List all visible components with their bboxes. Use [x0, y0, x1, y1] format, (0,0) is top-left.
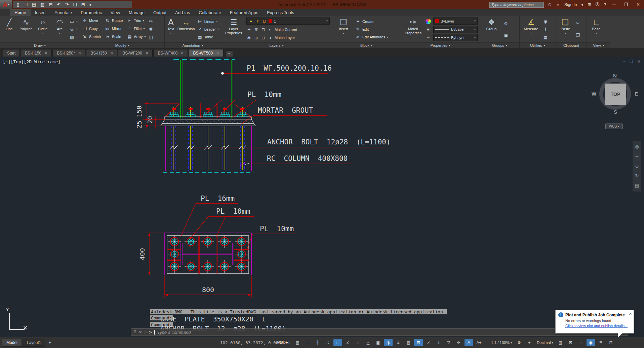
panel-label-block[interactable]: Block ▾: [332, 42, 401, 48]
command-close-icon[interactable]: ✕: [139, 330, 142, 335]
command-line[interactable]: ⠿ ✕ ⌕ > Type a command ∧: [131, 328, 628, 336]
autoscale-toggle[interactable]: A+: [475, 339, 483, 346]
erase-button[interactable]: ✏: [148, 18, 154, 25]
sign-in-caret-icon[interactable]: ▾: [581, 2, 583, 7]
tab-close-icon[interactable]: ✕: [216, 51, 219, 55]
ribbon-tab-addins[interactable]: Add-ins: [171, 9, 194, 16]
file-tab[interactable]: BS-WF200✕: [118, 49, 153, 57]
autodesk-app-icon[interactable]: Ⓐ: [596, 2, 600, 7]
drawing-minimize-button[interactable]: ─: [623, 59, 626, 64]
object-color-combo[interactable]: ByLayer ▾: [433, 18, 478, 25]
dynamic-input-toggle[interactable]: ∷: [323, 339, 332, 346]
orbit-icon[interactable]: ↻: [635, 173, 639, 178]
table-button[interactable]: ▦Table: [197, 34, 219, 40]
annotation-scale-button[interactable]: 1:1 / 100% ▾: [489, 341, 514, 345]
zoom-icon[interactable]: ⊙: [635, 164, 639, 169]
grid-toggle[interactable]: ▦: [293, 339, 302, 346]
command-search-icon[interactable]: ⌕: [145, 330, 147, 335]
viewcube-north[interactable]: N: [613, 73, 617, 78]
ribbon-tab-insert[interactable]: Insert: [31, 9, 50, 16]
model-tab[interactable]: Model: [2, 339, 22, 347]
new-layout-button[interactable]: +: [46, 339, 53, 346]
file-tab[interactable]: BS-H250*✕: [52, 49, 85, 57]
polyline-button[interactable]: ∿ Polyline: [19, 17, 33, 41]
ribbon-tab-output[interactable]: Output: [149, 9, 171, 16]
line-button[interactable]: ╱ Line: [2, 17, 16, 41]
window-restore-button[interactable]: ❐: [622, 2, 630, 7]
lineweight-combo[interactable]: ByLayer ▾: [433, 26, 478, 33]
move-button[interactable]: ✛Move: [82, 17, 101, 24]
drawing-close-button[interactable]: ✕: [637, 59, 641, 64]
save-button[interactable]: ▤: [32, 2, 36, 7]
snap-toggle[interactable]: ⌗: [303, 339, 312, 346]
lock-ui-button[interactable]: ⊠: [566, 339, 575, 346]
panel-label-clipboard[interactable]: Clipboard: [556, 42, 587, 48]
base-button[interactable]: ∟ Base ▾: [589, 17, 604, 41]
lineweight-list-icon[interactable]: ≡: [427, 27, 430, 32]
notification-link[interactable]: Click to view plot and publish details..…: [565, 324, 631, 328]
file-tab[interactable]: BS-H350✕: [86, 49, 117, 57]
ribbon-tab-manage[interactable]: Manage: [124, 9, 149, 16]
isolate-objects-button[interactable]: ◌: [576, 339, 585, 346]
quick-calc-button[interactable]: ▦: [543, 34, 548, 40]
insert-button[interactable]: ❒ Insert ▾: [334, 17, 353, 41]
ortho-toggle[interactable]: ∟: [333, 339, 342, 346]
qat-customize-caret-icon[interactable]: ▾: [89, 2, 92, 7]
edit-block-button[interactable]: ✎Edit: [355, 26, 388, 33]
application-menu-button[interactable]: A ▾: [0, 0, 12, 9]
ribbon-tab-view[interactable]: View: [106, 9, 124, 16]
panel-label-modify[interactable]: Modify ▾: [80, 42, 164, 48]
lineweight-toggle[interactable]: ≡: [394, 339, 403, 346]
isodraft-toggle[interactable]: ◇: [354, 339, 362, 346]
plot-button[interactable]: ⊟: [49, 2, 52, 7]
viewcube-top-face[interactable]: TOP: [605, 83, 626, 105]
clean-screen-button[interactable]: ⊞: [607, 339, 615, 346]
model-space-viewport[interactable]: 150 25 20 P1 WF.500.200.10.16 PL 10mm: [0, 57, 644, 337]
copy-clip-button[interactable]: ❐: [575, 32, 580, 39]
measure-button[interactable]: ∡ Measure ▾: [522, 17, 540, 41]
osnap-tracking-toggle[interactable]: △: [364, 339, 372, 346]
stretch-button[interactable]: ⇲Stretch: [82, 33, 101, 40]
ribbon-tab-home[interactable]: Home: [10, 9, 31, 16]
hardware-acceleration-button[interactable]: ◉: [587, 339, 595, 346]
navigation-wheel-icon[interactable]: ◎: [635, 144, 639, 149]
dynamic-ucs-toggle[interactable]: ⊥: [434, 339, 443, 346]
file-tab[interactable]: BS-H150✕: [21, 49, 52, 57]
linear-button[interactable]: ⊢Linear▾: [197, 18, 219, 25]
model-space-toggle[interactable]: MODEL: [276, 337, 291, 348]
rotate-button[interactable]: ↻Rotate: [105, 17, 123, 24]
ribbon-tab-express-tools[interactable]: Express Tools: [263, 9, 298, 16]
layer-select-combo[interactable]: ● ☀ ⊔ 1 ▾: [246, 18, 330, 25]
arc-button[interactable]: ◠ Arc ▾: [52, 17, 67, 41]
annotation-monitor-button[interactable]: +: [525, 339, 534, 346]
ribbon-tab-parametric[interactable]: Parametric: [76, 9, 106, 16]
batch-plot-button[interactable]: ⊞: [81, 2, 85, 7]
transparency-toggle[interactable]: ▨: [404, 339, 413, 346]
undo-button[interactable]: ↶: [57, 2, 61, 7]
quick-select-button[interactable]: ◉: [543, 18, 548, 25]
command-input[interactable]: Type a command: [157, 330, 191, 335]
wcs-button[interactable]: WCS ▾: [605, 124, 623, 129]
osnap-3d-toggle[interactable]: Z: [424, 339, 433, 346]
open-button[interactable]: ❒: [24, 2, 28, 7]
units-button[interactable]: Decimal ▾: [535, 341, 555, 345]
viewcube-east[interactable]: E: [635, 91, 638, 97]
make-current-button[interactable]: ✦ ✽ ⊓ ◐ Make Current: [246, 26, 330, 33]
drawing-canvas[interactable]: 150 25 20 P1 WF.500.200.10.16 PL 10mm: [0, 57, 644, 337]
cut-button[interactable]: ✂: [575, 20, 580, 27]
tab-close-icon[interactable]: ✕: [78, 51, 81, 55]
point-button[interactable]: ✛: [543, 26, 548, 33]
panel-label-properties[interactable]: Properties ▾: [401, 42, 480, 48]
dimension-button[interactable]: ↔ Dimension: [177, 17, 195, 41]
gizmo-toggle[interactable]: ✛: [454, 339, 463, 346]
panel-label-draw[interactable]: Draw ▾: [0, 42, 80, 48]
ribbon-tab-featured-apps[interactable]: Featured Apps: [226, 9, 263, 16]
trusted-dwg-tray-icon[interactable]: ≣: [597, 339, 605, 346]
explode-button[interactable]: ✺: [148, 26, 154, 33]
ungroup-button[interactable]: ⊘: [503, 20, 509, 27]
panel-label-view[interactable]: View ▾: [587, 42, 610, 48]
osnap-toggle[interactable]: ◎: [384, 339, 393, 346]
file-tab-start[interactable]: Start: [3, 49, 20, 57]
color-wheel-icon[interactable]: [426, 19, 431, 24]
help-icon[interactable]: ?: [604, 2, 606, 7]
